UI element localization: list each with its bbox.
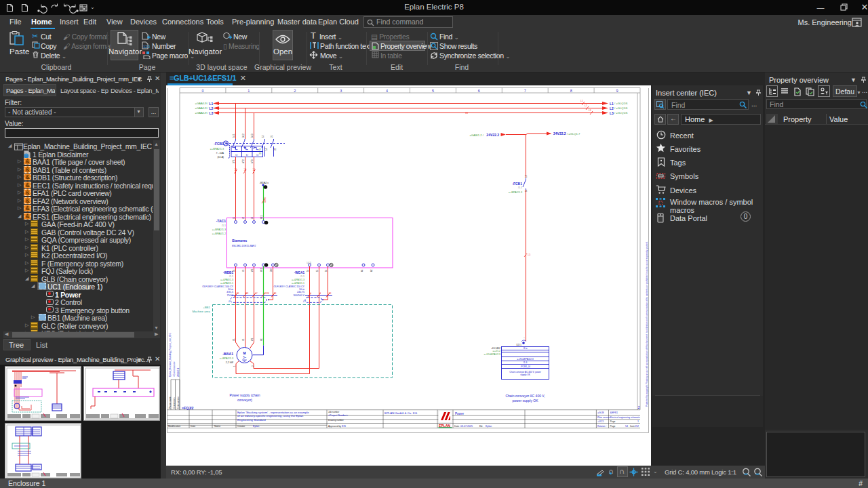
svg-text:=GAA/L9 /: =GAA/L9 / <box>195 111 209 115</box>
svg-text:3~: 3~ <box>243 356 247 359</box>
svg-text:=GLB: =GLB <box>597 411 604 414</box>
svg-text:L1: L1 <box>233 216 235 219</box>
svg-text:1: 1 <box>311 292 312 295</box>
svg-text:15: 15 <box>316 269 319 272</box>
svg-text:V1: V1 <box>242 269 245 272</box>
svg-text:BK: BK <box>329 292 332 295</box>
svg-text:=GAA/L9 /: =GAA/L9 / <box>195 102 209 105</box>
svg-text:W1: W1 <box>251 338 254 341</box>
svg-text:GNYE: GNYE <box>264 197 267 203</box>
svg-text:1: 1 <box>233 365 236 367</box>
svg-text:-FCB1: -FCB1 <box>512 182 522 186</box>
svg-text:-WGA1: -WGA1 <box>294 271 305 274</box>
svg-text:7: 7 <box>524 89 526 93</box>
svg-text:/ =GLQ1.7: / =GLQ1.7 <box>567 132 580 136</box>
svg-text:BK: BK <box>274 292 277 295</box>
svg-text:supply OK: supply OK <box>520 373 531 376</box>
svg-text:2: 2 <box>320 292 321 295</box>
svg-text:Power: Power <box>455 412 464 415</box>
svg-text:I1.6: I1.6 <box>524 361 528 364</box>
svg-text:3: 3 <box>340 89 342 93</box>
svg-text:of an industry-specific engine: of an industry-specific engineering, usi… <box>237 414 304 418</box>
svg-text:1/L1: 1/L1 <box>233 134 235 138</box>
svg-text:L1: L1 <box>580 100 583 102</box>
svg-text:Machine area: Machine area <box>192 310 210 313</box>
svg-text:Date: Date <box>191 425 195 428</box>
svg-text:1,5: 1,5 <box>244 167 247 171</box>
svg-text:L2: L2 <box>610 106 614 110</box>
svg-text:Eplan_Machine_Building_Project: Eplan_Machine_Building_Project_mm_IEC <box>169 333 172 377</box>
svg-text:GNYE: GNYE <box>264 292 270 295</box>
svg-text:8: 8 <box>570 89 572 93</box>
svg-text:3/L2: 3/L2 <box>242 134 245 138</box>
svg-text:Modification: Modification <box>168 425 180 428</box>
svg-text:22: 22 <box>274 148 277 150</box>
svg-text:2,2 kW: 2,2 kW <box>226 361 234 364</box>
svg-text:L2: L2 <box>242 216 245 219</box>
svg-text:/1.1: /1.1 <box>229 275 233 278</box>
svg-text:24V: 24V <box>270 268 273 272</box>
svg-text:/5.1: /5.1 <box>518 186 522 189</box>
svg-text:-FCB1: -FCB1 <box>214 142 224 146</box>
svg-text:Chain conveyor AC 400 V,: Chain conveyor AC 400 V, <box>505 394 545 398</box>
svg-text:21: 21 <box>271 135 273 138</box>
svg-text:Eplan: Eplan <box>253 425 259 428</box>
svg-text:Electrical engineering schemat: Electrical engineering schematic <box>610 416 641 419</box>
svg-text:L1: L1 <box>210 102 214 106</box>
svg-text:Plate version: Plate version <box>597 416 610 419</box>
svg-text:-WDA2:x: -WDA2:x <box>259 182 269 184</box>
svg-text:Approved by: Approved by <box>328 425 341 428</box>
svg-text:4: 4 <box>386 89 388 93</box>
svg-text:-TAC1: -TAC1 <box>216 219 226 223</box>
svg-text:U1: U1 <box>233 338 235 341</box>
svg-text:L2: L2 <box>585 104 587 107</box>
svg-text:Siemens: Siemens <box>232 239 247 243</box>
svg-text:L1: L1 <box>610 102 614 106</box>
svg-text:5: 5 <box>432 89 434 93</box>
svg-text:16: 16 <box>325 269 328 272</box>
svg-text:/ =GLQ1/6: / =GLQ1/6 <box>614 106 628 110</box>
svg-text:=GAA/L9 /: =GAA/L9 / <box>195 106 209 110</box>
svg-text:L3: L3 <box>610 111 614 115</box>
svg-text:=GAB/1.2 /: =GAB/1.2 / <box>469 134 484 137</box>
svg-text:<Commission>: <Commission> <box>173 361 176 377</box>
svg-text:8SL3ED-1XE15-8AF2: 8SL3ED-1XE15-8AF2 <box>232 245 256 247</box>
svg-text:&EFS1: &EFS1 <box>610 411 618 414</box>
svg-text:Commission: Commission <box>173 397 176 409</box>
svg-text:1,5: 1,5 <box>253 167 256 171</box>
svg-text:EIS: EIS <box>342 425 346 428</box>
svg-text:54: 54 <box>625 425 628 428</box>
svg-text:X22:1: X22:1 <box>516 344 521 346</box>
svg-text:Page: Page <box>610 425 616 428</box>
svg-text:GY: GY <box>255 292 258 295</box>
svg-text:/ =GLQ1/6: / =GLQ1/6 <box>614 111 628 115</box>
svg-text:PE2: PE2 <box>260 268 263 272</box>
svg-text:Name: Name <box>214 425 220 428</box>
svg-text:Eplan: Eplan <box>486 425 492 428</box>
svg-text:24V22.2: 24V22.2 <box>553 131 566 136</box>
svg-text:0: 0 <box>201 89 203 93</box>
svg-text:=+BPA2/1.3: =+BPA2/1.3 <box>220 357 233 360</box>
svg-text:=+&PA3/1.1: =+&PA3/1.1 <box>292 282 304 285</box>
svg-text:EPLAN GmbH & Co. KG: EPLAN GmbH & Co. KG <box>384 411 418 415</box>
svg-text:-PCB1_I4: -PCB1_I4 <box>520 365 530 368</box>
svg-text:Rotation ~: Rotation ~ <box>597 425 607 428</box>
svg-text:~: ~ <box>524 337 525 340</box>
svg-text:A1: A1 <box>361 269 363 272</box>
svg-text:Ed.: Ed. <box>479 425 483 428</box>
svg-text:2: 2 <box>294 89 296 93</box>
svg-text:power supply OK: power supply OK <box>512 399 538 403</box>
svg-text:I>: I> <box>246 153 249 157</box>
svg-text:Project name: Project name <box>169 396 172 409</box>
svg-text:BN: BN <box>246 292 249 295</box>
svg-text:<Project Number>: <Project Number> <box>328 414 348 417</box>
svg-text:conveyor): conveyor) <box>237 398 252 402</box>
svg-text:13: 13 <box>525 175 528 178</box>
svg-text:/1.1: /1.1 <box>222 224 226 227</box>
svg-text:6: 6 <box>478 89 480 93</box>
svg-text:+UC1: +UC1 <box>597 420 604 423</box>
svg-text:L3: L3 <box>251 216 254 219</box>
svg-text:I3 a: I3 a <box>524 347 528 350</box>
svg-text:Creator: Creator <box>237 425 245 428</box>
svg-text:I>: I> <box>235 153 238 157</box>
